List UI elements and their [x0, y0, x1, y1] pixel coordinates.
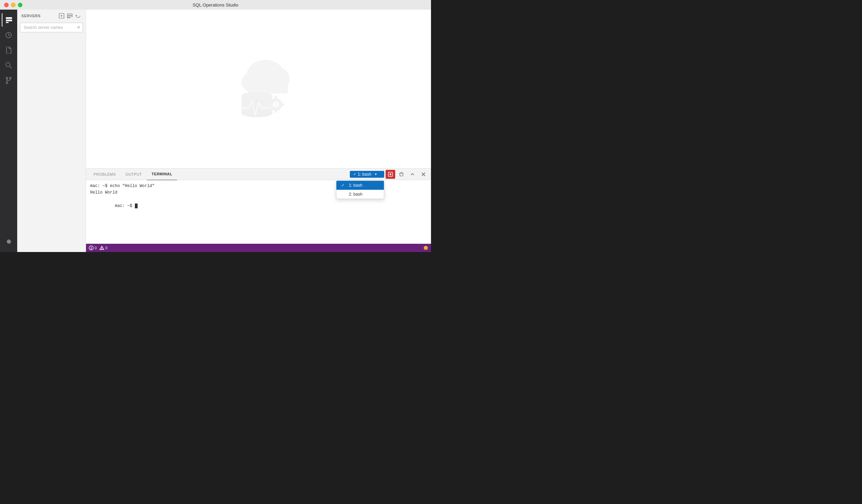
status-errors[interactable]: 0 — [89, 245, 97, 250]
svg-rect-1 — [6, 20, 12, 21]
status-warnings[interactable]: 0 — [99, 245, 107, 250]
new-connection-button[interactable] — [58, 12, 65, 19]
new-terminal-button[interactable] — [386, 170, 395, 179]
search-input[interactable] — [20, 23, 83, 32]
activity-bar-top — [2, 13, 15, 235]
search-clear-icon[interactable]: × — [77, 24, 80, 31]
add-server-button[interactable] — [66, 12, 73, 19]
sidebar-item-search[interactable] — [2, 58, 15, 72]
terminal-dropdown-button[interactable]: ✓ 1: bash ▾ — [350, 171, 384, 178]
activity-bar — [0, 10, 17, 252]
search-box-wrap: × — [17, 21, 86, 35]
sidebar-item-servers[interactable] — [2, 13, 15, 27]
svg-rect-13 — [67, 14, 72, 15]
error-count: 0 — [95, 246, 97, 250]
svg-point-7 — [10, 77, 11, 79]
activity-bar-bottom — [2, 235, 15, 252]
app-body: SERVERS — [0, 10, 431, 252]
svg-line-5 — [10, 66, 12, 68]
settings-icon[interactable] — [2, 235, 15, 249]
terminal-selected-option: 1: bash — [358, 172, 371, 177]
sidebar-item-files[interactable] — [2, 43, 15, 57]
sidebar-title: SERVERS — [21, 14, 41, 18]
collapse-terminal-button[interactable] — [408, 170, 417, 179]
traffic-lights — [4, 3, 22, 7]
svg-rect-14 — [67, 15, 72, 17]
tab-output[interactable]: OUTPUT — [121, 168, 147, 180]
close-button[interactable] — [4, 3, 9, 7]
terminal-cursor — [135, 204, 138, 208]
check-icon: ✓ — [341, 183, 346, 188]
svg-rect-2 — [6, 22, 9, 23]
refresh-button[interactable] — [75, 12, 82, 19]
svg-point-25 — [272, 101, 279, 108]
tab-terminal[interactable]: TERMINAL — [147, 168, 177, 180]
svg-rect-15 — [67, 17, 70, 18]
terminal-select-wrap: ✓ 1: bash ▾ ✓ 1: bash — [350, 171, 384, 178]
svg-rect-0 — [6, 17, 12, 19]
terminal-option-1[interactable]: ✓ 1: bash — [336, 181, 384, 190]
app-logo — [221, 51, 297, 127]
svg-point-6 — [6, 77, 8, 79]
close-terminal-button[interactable] — [419, 170, 428, 179]
svg-point-4 — [6, 63, 10, 67]
main-area: PROBLEMS OUTPUT TERMINAL ✓ 1: bash ▾ — [86, 10, 431, 252]
title-bar: SQL Operations Studio — [0, 0, 431, 10]
terminal-dropdown-options: ✓ 1: bash 2: bash — [336, 180, 384, 199]
warning-count: 0 — [105, 246, 107, 250]
sidebar-item-git[interactable] — [2, 74, 15, 87]
status-left: 0 0 — [89, 245, 107, 250]
svg-rect-19 — [248, 81, 288, 94]
svg-point-44 — [102, 249, 102, 249]
status-emoji[interactable]: 😊 — [423, 246, 428, 250]
terminal-option-2[interactable]: 2: bash — [336, 190, 384, 199]
sidebar-item-history[interactable] — [2, 28, 15, 42]
minimize-button[interactable] — [11, 3, 15, 7]
terminal-tabs: PROBLEMS OUTPUT TERMINAL ✓ 1: bash ▾ — [86, 168, 431, 180]
svg-point-41 — [91, 249, 91, 249]
sidebar: SERVERS — [17, 10, 86, 252]
status-right: 😊 — [423, 246, 428, 250]
status-bar: 0 0 😊 — [86, 244, 431, 252]
tab-problems[interactable]: PROBLEMS — [89, 168, 121, 180]
delete-terminal-button[interactable] — [397, 170, 406, 179]
window-title: SQL Operations Studio — [193, 2, 238, 8]
maximize-button[interactable] — [18, 3, 22, 7]
svg-point-8 — [6, 82, 8, 84]
sidebar-header: SERVERS — [17, 10, 86, 21]
sidebar-actions — [58, 12, 82, 19]
terminal-controls: ✓ 1: bash ▾ ✓ 1: bash — [350, 170, 428, 179]
terminal-panel: PROBLEMS OUTPUT TERMINAL ✓ 1: bash ▾ — [86, 168, 431, 244]
terminal-line-3: mac: ~$ — [90, 196, 427, 216]
editor-area — [86, 10, 431, 168]
search-input-container: × — [20, 23, 83, 32]
